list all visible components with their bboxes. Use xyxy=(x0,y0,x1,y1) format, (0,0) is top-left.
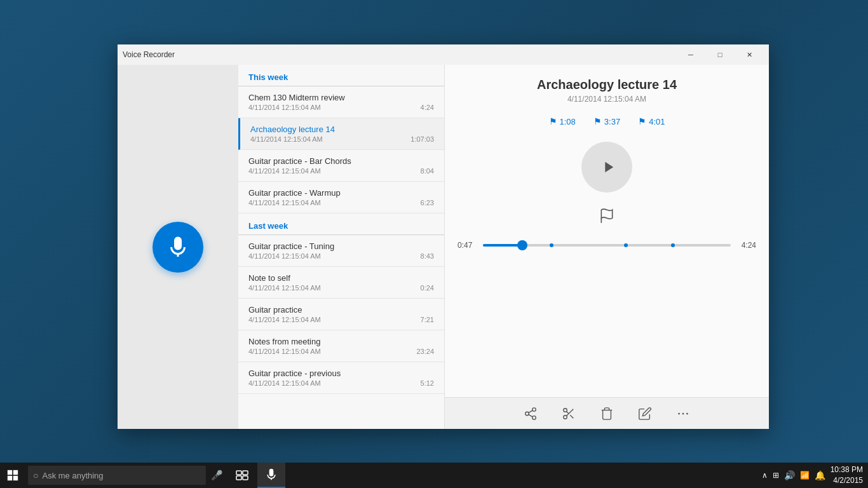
recording-date: 4/11/2014 12:15:04 AM xyxy=(248,348,321,355)
close-button[interactable]: ✕ xyxy=(735,44,764,65)
app-window: Voice Recorder ─ □ ✕ This week xyxy=(118,44,769,429)
progress-bar[interactable] xyxy=(483,244,731,247)
app-title: Voice Recorder xyxy=(123,50,676,59)
recording-meta: 4/11/2014 12:15:04 AM 0:24 xyxy=(248,284,434,292)
taskbar-app-task-view[interactable] xyxy=(228,463,256,488)
recording-meta: 4/11/2014 12:15:04 AM 1:07:03 xyxy=(250,135,434,143)
taskbar-clock[interactable]: 10:38 PM 4/2/2015 xyxy=(831,464,863,486)
svg-rect-15 xyxy=(13,470,18,475)
svg-line-9 xyxy=(570,415,573,418)
recording-name: Guitar practice - Warmup xyxy=(248,188,434,198)
title-bar-controls: ─ □ ✕ xyxy=(676,44,764,65)
recording-name: Guitar practice xyxy=(248,305,434,315)
recording-name: Chem 130 Midterm review xyxy=(248,93,434,102)
more-button[interactable] xyxy=(673,403,693,424)
section-header-this-week: This week xyxy=(238,65,444,86)
task-view-icon xyxy=(236,469,248,482)
recording-name: Guitar practice - Tuning xyxy=(248,241,434,251)
recording-date: 4/11/2014 12:15:04 AM xyxy=(248,104,321,111)
recording-duration: 1:07:03 xyxy=(410,135,434,143)
svg-point-2 xyxy=(526,412,529,416)
recording-duration: 23:24 xyxy=(416,348,434,355)
svg-line-4 xyxy=(529,414,532,417)
recording-date: 4/11/2014 12:15:04 AM xyxy=(248,284,321,292)
recording-meta: 4/11/2014 12:15:04 AM 8:04 xyxy=(248,167,434,175)
taskbar-search[interactable]: ○ Ask me anything xyxy=(28,466,206,485)
app-content: This week Chem 130 Midterm review 4/11/2… xyxy=(118,65,769,429)
microphone-icon xyxy=(166,236,189,259)
recording-item[interactable]: Guitar practice 4/11/2014 12:15:04 AM 7:… xyxy=(238,299,444,330)
volume-icon[interactable]: 🔊 xyxy=(784,470,795,480)
svg-rect-16 xyxy=(8,476,12,480)
start-button[interactable] xyxy=(0,463,25,488)
marker-dot-1 xyxy=(550,243,553,247)
recording-item[interactable]: Guitar practice - Tuning 4/11/2014 12:15… xyxy=(238,235,444,267)
recording-meta: 4/11/2014 12:15:04 AM 5:12 xyxy=(248,379,434,387)
flag-icon-3: ⚑ xyxy=(638,116,646,126)
section-header-last-week: Last week xyxy=(238,214,444,235)
trash-icon xyxy=(600,407,614,421)
player-title: Archaeology lecture 14 xyxy=(537,78,677,92)
flag-icon xyxy=(599,208,615,224)
player-toolbar xyxy=(445,397,769,429)
share-button[interactable] xyxy=(520,403,541,424)
maximize-button[interactable]: □ xyxy=(705,44,735,65)
recording-item[interactable]: Chem 130 Midterm review 4/11/2014 12:15:… xyxy=(238,86,444,118)
windows-icon xyxy=(7,470,18,481)
recording-item[interactable]: Notes from meeting 4/11/2014 12:15:04 AM… xyxy=(238,330,444,362)
svg-rect-17 xyxy=(13,476,18,480)
recording-list: This week Chem 130 Midterm review 4/11/2… xyxy=(238,65,445,429)
recording-name: Notes from meeting xyxy=(248,337,434,346)
add-flag-button[interactable] xyxy=(599,208,615,228)
trim-button[interactable] xyxy=(559,403,579,424)
svg-point-3 xyxy=(532,416,536,419)
recording-date: 4/11/2014 12:15:04 AM xyxy=(248,379,321,387)
recording-item[interactable]: Guitar practice - Warmup 4/11/2014 12:15… xyxy=(238,182,444,214)
search-icon: ○ xyxy=(33,470,38,480)
recording-name: Archaeology lecture 14 xyxy=(250,125,434,134)
recording-date: 4/11/2014 12:15:04 AM xyxy=(248,167,321,175)
chevron-up-icon[interactable]: ∧ xyxy=(762,471,768,480)
taskbar-app-voice-recorder[interactable] xyxy=(257,463,285,488)
taskbar-mic-icon[interactable]: 🎤 xyxy=(211,470,223,481)
taskbar-language-icon[interactable]: ⊞ xyxy=(773,471,779,480)
marker-2[interactable]: ⚑ 3:37 xyxy=(593,116,620,126)
svg-point-7 xyxy=(564,415,567,419)
svg-rect-20 xyxy=(236,476,241,480)
rename-button[interactable] xyxy=(635,403,655,424)
svg-rect-21 xyxy=(243,476,248,480)
delete-button[interactable] xyxy=(597,403,617,424)
svg-point-13 xyxy=(686,412,688,414)
recording-meta: 4/11/2014 12:15:04 AM 4:24 xyxy=(248,104,434,111)
recording-item-selected[interactable]: Archaeology lecture 14 4/11/2014 12:15:0… xyxy=(238,118,444,150)
recording-duration: 4:24 xyxy=(421,104,434,111)
svg-point-11 xyxy=(678,412,680,414)
record-button[interactable] xyxy=(153,222,203,273)
network-icon[interactable]: 📶 xyxy=(800,471,810,480)
share-icon xyxy=(524,407,538,421)
recording-item[interactable]: Note to self 4/11/2014 12:15:04 AM 0:24 xyxy=(238,267,444,299)
recording-date: 4/11/2014 12:15:04 AM xyxy=(248,316,321,323)
left-panel xyxy=(118,65,238,429)
minimize-button[interactable]: ─ xyxy=(676,44,705,65)
svg-point-12 xyxy=(682,412,684,414)
total-time: 4:24 xyxy=(737,241,756,250)
notification-icon[interactable]: 🔔 xyxy=(815,470,825,480)
svg-rect-19 xyxy=(243,471,248,475)
recording-item[interactable]: Guitar practice - previous 4/11/2014 12:… xyxy=(238,362,444,394)
recording-date: 4/11/2014 12:15:04 AM xyxy=(248,199,321,207)
svg-point-1 xyxy=(532,407,536,411)
recording-meta: 4/11/2014 12:15:04 AM 8:43 xyxy=(248,252,434,260)
search-placeholder: Ask me anything xyxy=(42,471,103,480)
progress-thumb[interactable] xyxy=(517,240,527,250)
recording-duration: 8:04 xyxy=(421,167,434,175)
recording-name: Guitar practice - Bar Chords xyxy=(248,156,434,166)
recording-item[interactable]: Guitar practice - Bar Chords 4/11/2014 1… xyxy=(238,150,444,182)
title-bar: Voice Recorder ─ □ ✕ xyxy=(118,44,769,65)
play-button[interactable] xyxy=(581,142,632,193)
marker-1[interactable]: ⚑ 1:08 xyxy=(549,116,576,126)
recording-duration: 8:43 xyxy=(421,252,434,260)
marker-3[interactable]: ⚑ 4:01 xyxy=(638,116,665,126)
current-time: 0:47 xyxy=(458,241,477,250)
recording-duration: 6:23 xyxy=(421,199,434,207)
